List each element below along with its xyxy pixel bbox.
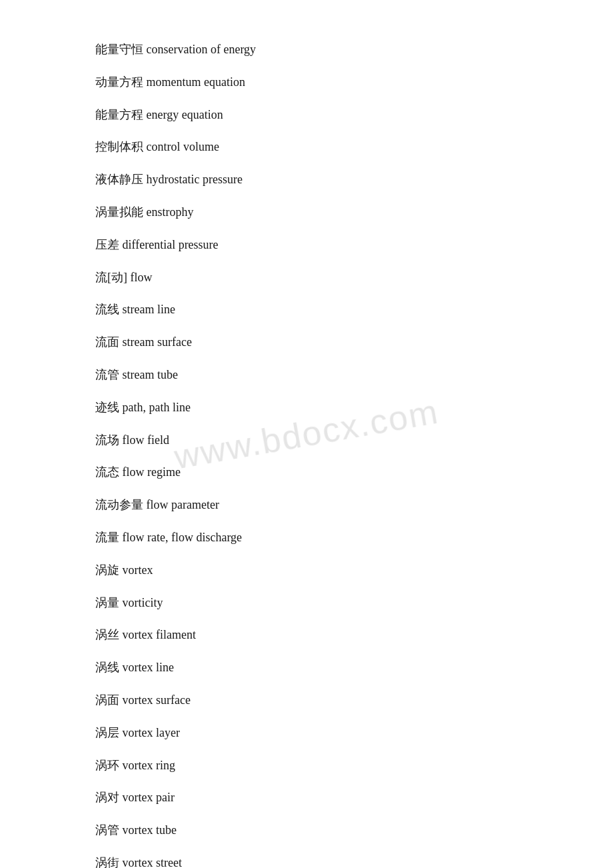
list-item: 流量 flow rate, flow discharge bbox=[95, 528, 518, 547]
list-item: 涡街 vortex street bbox=[95, 853, 518, 868]
list-item: 流管 stream tube bbox=[95, 365, 518, 385]
list-item: 涡丝 vortex filament bbox=[95, 625, 518, 645]
list-item: 动量方程 momentum equation bbox=[95, 73, 518, 92]
list-item: 液体静压 hydrostatic pressure bbox=[95, 170, 518, 189]
list-item: 迹线 path, path line bbox=[95, 398, 518, 417]
list-item: 涡管 vortex tube bbox=[95, 821, 518, 840]
list-item: 能量方程 energy equation bbox=[95, 105, 518, 125]
list-item: 流态 flow regime bbox=[95, 463, 518, 482]
list-item: 涡环 vortex ring bbox=[95, 756, 518, 775]
list-item: 流[动] flow bbox=[95, 268, 518, 287]
list-item: 涡对 vortex pair bbox=[95, 788, 518, 807]
list-item: 涡量拟能 enstrophy bbox=[95, 203, 518, 222]
list-item: 流面 stream surface bbox=[95, 333, 518, 352]
list-item: 流场 flow field bbox=[95, 431, 518, 450]
list-item: 涡线 vortex line bbox=[95, 658, 518, 677]
terms-list: 能量守恒 conservation of energy动量方程 momentum… bbox=[95, 40, 518, 868]
list-item: 涡面 vortex surface bbox=[95, 691, 518, 710]
list-item: 控制体积 control volume bbox=[95, 137, 518, 157]
list-item: 压差 differential pressure bbox=[95, 235, 518, 255]
content-area: 能量守恒 conservation of energy动量方程 momentum… bbox=[0, 0, 613, 868]
list-item: 流动参量 flow parameter bbox=[95, 495, 518, 515]
list-item: 能量守恒 conservation of energy bbox=[95, 40, 518, 59]
list-item: 涡旋 vortex bbox=[95, 561, 518, 580]
list-item: 流线 stream line bbox=[95, 300, 518, 319]
list-item: 涡量 vorticity bbox=[95, 593, 518, 613]
list-item: 涡层 vortex layer bbox=[95, 723, 518, 743]
